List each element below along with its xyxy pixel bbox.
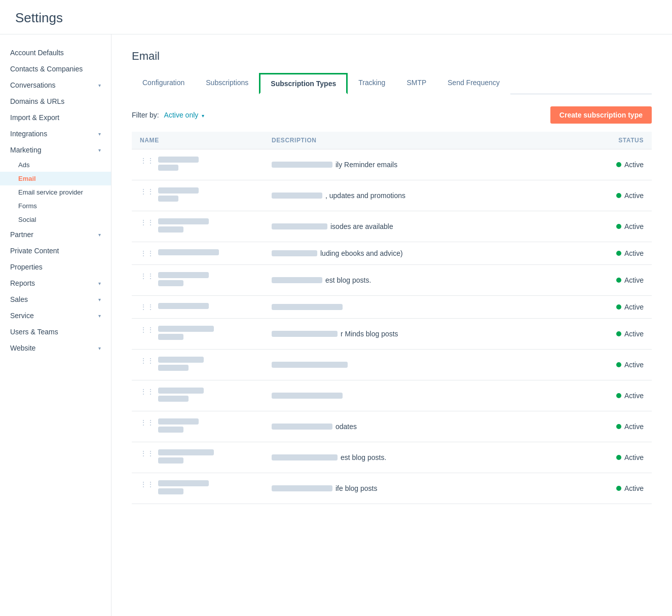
status-label: Active bbox=[624, 191, 644, 200]
status-badge: Active bbox=[616, 422, 644, 431]
drag-handle-icon[interactable]: ⋮⋮ bbox=[140, 326, 154, 334]
sidebar-item-label: Import & Export bbox=[10, 113, 59, 122]
sidebar-item-contacts-companies[interactable]: Contacts & Companies bbox=[0, 61, 111, 77]
tab-send-frequency[interactable]: Send Frequency bbox=[437, 73, 510, 94]
table-row[interactable]: ⋮⋮ isodes are available Active bbox=[132, 211, 652, 242]
table-row[interactable]: ⋮⋮ est blog posts. Active bbox=[132, 265, 652, 296]
status-label: Active bbox=[624, 303, 644, 311]
drag-handle-icon[interactable]: ⋮⋮ bbox=[140, 272, 154, 280]
sidebar-item-partner[interactable]: Partner ▾ bbox=[0, 226, 111, 243]
chevron-down-icon: ▾ bbox=[98, 297, 101, 302]
sidebar-item-social[interactable]: Social bbox=[0, 213, 111, 226]
email-title: Email bbox=[132, 50, 652, 63]
table-row[interactable]: ⋮⋮ , updates and promotions Active bbox=[132, 180, 652, 211]
sidebar-item-service[interactable]: Service ▾ bbox=[0, 307, 111, 324]
drag-handle-icon[interactable]: ⋮⋮ bbox=[140, 157, 154, 165]
drag-handle-icon[interactable]: ⋮⋮ bbox=[140, 303, 154, 311]
sidebar-item-sales[interactable]: Sales ▾ bbox=[0, 291, 111, 307]
description-cell: est blog posts. bbox=[264, 442, 571, 473]
name-cell: ⋮⋮ bbox=[132, 319, 264, 350]
filter-label: Filter by: bbox=[132, 111, 159, 119]
sidebar-item-integrations[interactable]: Integrations ▾ bbox=[0, 126, 111, 142]
sidebar-item-ads[interactable]: Ads bbox=[0, 158, 111, 172]
status-cell: Active bbox=[571, 265, 652, 296]
tab-subscription-types[interactable]: Subscription Types bbox=[259, 73, 348, 94]
page-layout: Settings Account Defaults Contacts & Com… bbox=[0, 0, 672, 616]
column-header-description: DESCRIPTION bbox=[264, 132, 571, 149]
name-cell: ⋮⋮ bbox=[132, 442, 264, 473]
table-row[interactable]: ⋮⋮ luding ebooks and advice) Active bbox=[132, 242, 652, 265]
sidebar-item-label: Marketing bbox=[10, 146, 41, 154]
description-cell bbox=[264, 380, 571, 411]
drag-handle-icon[interactable]: ⋮⋮ bbox=[140, 187, 154, 196]
name-cell: ⋮⋮ bbox=[132, 149, 264, 180]
sidebar: Account Defaults Contacts & Companies Co… bbox=[0, 34, 111, 616]
sidebar-item-website[interactable]: Website ▾ bbox=[0, 340, 111, 356]
drag-handle-icon[interactable]: ⋮⋮ bbox=[140, 388, 154, 396]
description-cell: odates bbox=[264, 411, 571, 442]
sidebar-item-account-defaults[interactable]: Account Defaults bbox=[0, 45, 111, 61]
description-cell bbox=[264, 350, 571, 380]
drag-handle-icon[interactable]: ⋮⋮ bbox=[140, 357, 154, 365]
description-cell: est blog posts. bbox=[264, 265, 571, 296]
sidebar-item-reports[interactable]: Reports ▾ bbox=[0, 275, 111, 291]
status-badge: Active bbox=[616, 303, 644, 311]
sidebar-item-label: Account Defaults bbox=[10, 49, 64, 57]
sidebar-item-label: Reports bbox=[10, 279, 35, 287]
sidebar-item-marketing[interactable]: Marketing ▾ bbox=[0, 142, 111, 158]
chevron-down-icon: ▾ bbox=[98, 345, 101, 351]
top-header: Settings bbox=[0, 0, 672, 34]
drag-handle-icon[interactable]: ⋮⋮ bbox=[140, 418, 154, 427]
status-badge: Active bbox=[616, 191, 644, 200]
sidebar-item-properties[interactable]: Properties bbox=[0, 259, 111, 275]
chevron-down-icon[interactable]: ▾ bbox=[202, 113, 204, 119]
name-cell: ⋮⋮ bbox=[132, 242, 264, 265]
sidebar-item-domains-urls[interactable]: Domains & URLs bbox=[0, 93, 111, 109]
sidebar-item-email[interactable]: Email bbox=[0, 172, 111, 185]
create-subscription-type-button[interactable]: Create subscription type bbox=[550, 106, 652, 124]
table-row[interactable]: ⋮⋮ r Minds blog posts Active bbox=[132, 319, 652, 350]
status-badge: Active bbox=[616, 392, 644, 400]
table-row[interactable]: ⋮⋮ Active bbox=[132, 296, 652, 319]
status-cell: Active bbox=[571, 442, 652, 473]
active-dot bbox=[616, 224, 621, 229]
drag-handle-icon[interactable]: ⋮⋮ bbox=[140, 449, 154, 457]
tab-configuration[interactable]: Configuration bbox=[132, 73, 195, 94]
sidebar-item-forms[interactable]: Forms bbox=[0, 199, 111, 213]
table-row[interactable]: ⋮⋮ ily Reminder emails Active bbox=[132, 149, 652, 180]
table-row[interactable]: ⋮⋮ est blog posts. Active bbox=[132, 442, 652, 473]
sidebar-item-import-export[interactable]: Import & Export bbox=[0, 109, 111, 126]
drag-handle-icon[interactable]: ⋮⋮ bbox=[140, 218, 154, 226]
tab-subscriptions[interactable]: Subscriptions bbox=[195, 73, 259, 94]
status-label: Active bbox=[624, 361, 644, 369]
status-label: Active bbox=[624, 161, 644, 169]
sidebar-item-private-content[interactable]: Private Content bbox=[0, 243, 111, 259]
name-cell: ⋮⋮ bbox=[132, 350, 264, 380]
description-text: isodes are available bbox=[330, 222, 393, 230]
tab-tracking[interactable]: Tracking bbox=[348, 73, 396, 94]
status-label: Active bbox=[624, 276, 644, 284]
column-header-name: NAME bbox=[132, 132, 264, 149]
sidebar-item-label: Sales bbox=[10, 295, 28, 303]
active-dot bbox=[616, 486, 621, 491]
sidebar-item-label: Integrations bbox=[10, 130, 47, 138]
description-cell: luding ebooks and advice) bbox=[264, 242, 571, 265]
table-row[interactable]: ⋮⋮ Active bbox=[132, 350, 652, 380]
tab-smtp[interactable]: SMTP bbox=[396, 73, 437, 94]
table-row[interactable]: ⋮⋮ odates Active bbox=[132, 411, 652, 442]
filter-control: Filter by: Active only ▾ bbox=[132, 111, 204, 119]
sidebar-item-email-service-provider[interactable]: Email service provider bbox=[0, 185, 111, 199]
drag-handle-icon[interactable]: ⋮⋮ bbox=[140, 480, 154, 488]
active-dot bbox=[616, 424, 621, 429]
status-cell: Active bbox=[571, 296, 652, 319]
chevron-down-icon: ▾ bbox=[98, 281, 101, 286]
drag-handle-icon[interactable]: ⋮⋮ bbox=[140, 249, 154, 257]
status-cell: Active bbox=[571, 473, 652, 504]
status-cell: Active bbox=[571, 380, 652, 411]
table-row[interactable]: ⋮⋮ ife blog posts Active bbox=[132, 473, 652, 504]
status-badge: Active bbox=[616, 161, 644, 169]
table-row[interactable]: ⋮⋮ Active bbox=[132, 380, 652, 411]
filter-value[interactable]: Active only bbox=[164, 111, 199, 119]
sidebar-item-users-teams[interactable]: Users & Teams bbox=[0, 324, 111, 340]
sidebar-item-conversations[interactable]: Conversations ▾ bbox=[0, 77, 111, 93]
